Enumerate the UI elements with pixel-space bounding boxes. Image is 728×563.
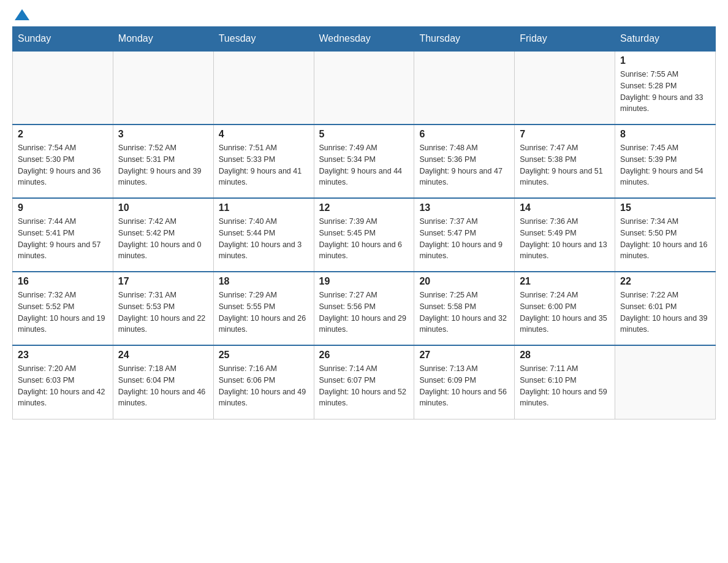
day-number: 12 — [319, 202, 409, 213]
day-number: 27 — [419, 350, 509, 361]
calendar-cell: 17Sunrise: 7:31 AMSunset: 5:53 PMDayligh… — [113, 272, 213, 345]
calendar-cell — [13, 51, 113, 124]
calendar-table: SundayMondayTuesdayWednesdayThursdayFrid… — [12, 26, 716, 419]
day-number: 22 — [620, 276, 710, 287]
day-info: Sunrise: 7:48 AMSunset: 5:36 PMDaylight:… — [419, 142, 509, 188]
column-header-friday: Friday — [515, 27, 615, 52]
day-number: 8 — [620, 129, 710, 140]
calendar-cell: 9Sunrise: 7:44 AMSunset: 5:41 PMDaylight… — [13, 198, 113, 272]
day-info: Sunrise: 7:34 AMSunset: 5:50 PMDaylight:… — [620, 216, 710, 262]
day-info: Sunrise: 7:22 AMSunset: 6:01 PMDaylight:… — [620, 289, 710, 335]
day-number: 26 — [319, 350, 409, 361]
day-number: 6 — [419, 129, 509, 140]
day-info: Sunrise: 7:36 AMSunset: 5:49 PMDaylight:… — [520, 216, 610, 262]
day-info: Sunrise: 7:55 AMSunset: 5:28 PMDaylight:… — [620, 69, 710, 115]
day-number: 14 — [520, 202, 610, 213]
calendar-cell: 13Sunrise: 7:37 AMSunset: 5:47 PMDayligh… — [414, 198, 515, 272]
day-number: 1 — [620, 55, 710, 66]
calendar-cell: 8Sunrise: 7:45 AMSunset: 5:39 PMDaylight… — [615, 124, 716, 198]
day-number: 10 — [118, 202, 208, 213]
day-number: 17 — [118, 276, 208, 287]
calendar-cell: 14Sunrise: 7:36 AMSunset: 5:49 PMDayligh… — [515, 198, 615, 272]
day-info: Sunrise: 7:47 AMSunset: 5:38 PMDaylight:… — [520, 142, 610, 188]
calendar-cell: 5Sunrise: 7:49 AMSunset: 5:34 PMDaylight… — [314, 124, 414, 198]
calendar-cell — [414, 51, 515, 124]
calendar-cell: 22Sunrise: 7:22 AMSunset: 6:01 PMDayligh… — [615, 272, 716, 345]
day-info: Sunrise: 7:13 AMSunset: 6:09 PMDaylight:… — [419, 363, 509, 409]
day-info: Sunrise: 7:44 AMSunset: 5:41 PMDaylight:… — [18, 216, 108, 262]
calendar-cell: 25Sunrise: 7:16 AMSunset: 6:06 PMDayligh… — [213, 345, 314, 419]
calendar-cell — [314, 51, 414, 124]
day-number: 18 — [219, 276, 309, 287]
calendar-cell — [515, 51, 615, 124]
calendar-cell: 15Sunrise: 7:34 AMSunset: 5:50 PMDayligh… — [615, 198, 716, 272]
day-number: 21 — [520, 276, 610, 287]
page-header — [12, 12, 716, 20]
day-info: Sunrise: 7:49 AMSunset: 5:34 PMDaylight:… — [319, 142, 409, 188]
calendar-cell: 18Sunrise: 7:29 AMSunset: 5:55 PMDayligh… — [213, 272, 314, 345]
column-header-monday: Monday — [113, 27, 213, 52]
calendar-cell: 10Sunrise: 7:42 AMSunset: 5:42 PMDayligh… — [113, 198, 213, 272]
calendar-cell: 6Sunrise: 7:48 AMSunset: 5:36 PMDaylight… — [414, 124, 515, 198]
column-header-thursday: Thursday — [414, 27, 515, 52]
day-info: Sunrise: 7:20 AMSunset: 6:03 PMDaylight:… — [18, 363, 108, 409]
day-number: 5 — [319, 129, 409, 140]
day-number: 15 — [620, 202, 710, 213]
day-number: 11 — [219, 202, 309, 213]
day-info: Sunrise: 7:29 AMSunset: 5:55 PMDaylight:… — [219, 289, 309, 335]
day-info: Sunrise: 7:11 AMSunset: 6:10 PMDaylight:… — [520, 363, 610, 409]
calendar-cell: 11Sunrise: 7:40 AMSunset: 5:44 PMDayligh… — [213, 198, 314, 272]
day-info: Sunrise: 7:52 AMSunset: 5:31 PMDaylight:… — [118, 142, 208, 188]
calendar-cell: 12Sunrise: 7:39 AMSunset: 5:45 PMDayligh… — [314, 198, 414, 272]
day-info: Sunrise: 7:39 AMSunset: 5:45 PMDaylight:… — [319, 216, 409, 262]
day-info: Sunrise: 7:37 AMSunset: 5:47 PMDaylight:… — [419, 216, 509, 262]
day-number: 16 — [18, 276, 108, 287]
calendar-cell: 7Sunrise: 7:47 AMSunset: 5:38 PMDaylight… — [515, 124, 615, 198]
week-row-1: 1Sunrise: 7:55 AMSunset: 5:28 PMDaylight… — [13, 51, 716, 124]
day-number: 28 — [520, 350, 610, 361]
day-number: 24 — [118, 350, 208, 361]
day-number: 25 — [219, 350, 309, 361]
day-info: Sunrise: 7:27 AMSunset: 5:56 PMDaylight:… — [319, 289, 409, 335]
day-number: 13 — [419, 202, 509, 213]
day-number: 7 — [520, 129, 610, 140]
logo-triangle-icon — [15, 9, 29, 20]
week-row-3: 9Sunrise: 7:44 AMSunset: 5:41 PMDaylight… — [13, 198, 716, 272]
day-number: 4 — [219, 129, 309, 140]
day-info: Sunrise: 7:40 AMSunset: 5:44 PMDaylight:… — [219, 216, 309, 262]
column-header-tuesday: Tuesday — [213, 27, 314, 52]
calendar-cell: 21Sunrise: 7:24 AMSunset: 6:00 PMDayligh… — [515, 272, 615, 345]
day-info: Sunrise: 7:51 AMSunset: 5:33 PMDaylight:… — [219, 142, 309, 188]
calendar-cell: 23Sunrise: 7:20 AMSunset: 6:03 PMDayligh… — [13, 345, 113, 419]
calendar-cell — [615, 345, 716, 419]
column-header-wednesday: Wednesday — [314, 27, 414, 52]
calendar-cell: 1Sunrise: 7:55 AMSunset: 5:28 PMDaylight… — [615, 51, 716, 124]
week-row-4: 16Sunrise: 7:32 AMSunset: 5:52 PMDayligh… — [13, 272, 716, 345]
day-info: Sunrise: 7:32 AMSunset: 5:52 PMDaylight:… — [18, 289, 108, 335]
day-number: 19 — [319, 276, 409, 287]
calendar-cell: 26Sunrise: 7:14 AMSunset: 6:07 PMDayligh… — [314, 345, 414, 419]
column-header-saturday: Saturday — [615, 27, 716, 52]
day-number: 9 — [18, 202, 108, 213]
calendar-header-row: SundayMondayTuesdayWednesdayThursdayFrid… — [13, 27, 716, 52]
calendar-cell: 24Sunrise: 7:18 AMSunset: 6:04 PMDayligh… — [113, 345, 213, 419]
day-info: Sunrise: 7:45 AMSunset: 5:39 PMDaylight:… — [620, 142, 710, 188]
day-info: Sunrise: 7:42 AMSunset: 5:42 PMDaylight:… — [118, 216, 208, 262]
calendar-cell: 16Sunrise: 7:32 AMSunset: 5:52 PMDayligh… — [13, 272, 113, 345]
week-row-2: 2Sunrise: 7:54 AMSunset: 5:30 PMDaylight… — [13, 124, 716, 198]
day-number: 2 — [18, 129, 108, 140]
week-row-5: 23Sunrise: 7:20 AMSunset: 6:03 PMDayligh… — [13, 345, 716, 419]
day-number: 20 — [419, 276, 509, 287]
calendar-cell: 4Sunrise: 7:51 AMSunset: 5:33 PMDaylight… — [213, 124, 314, 198]
day-info: Sunrise: 7:14 AMSunset: 6:07 PMDaylight:… — [319, 363, 409, 409]
calendar-cell: 20Sunrise: 7:25 AMSunset: 5:58 PMDayligh… — [414, 272, 515, 345]
calendar-cell — [113, 51, 213, 124]
column-header-sunday: Sunday — [13, 27, 113, 52]
day-info: Sunrise: 7:24 AMSunset: 6:00 PMDaylight:… — [520, 289, 610, 335]
calendar-cell: 3Sunrise: 7:52 AMSunset: 5:31 PMDaylight… — [113, 124, 213, 198]
calendar-cell: 2Sunrise: 7:54 AMSunset: 5:30 PMDaylight… — [13, 124, 113, 198]
calendar-cell: 28Sunrise: 7:11 AMSunset: 6:10 PMDayligh… — [515, 345, 615, 419]
calendar-cell: 19Sunrise: 7:27 AMSunset: 5:56 PMDayligh… — [314, 272, 414, 345]
logo — [12, 12, 29, 20]
day-info: Sunrise: 7:54 AMSunset: 5:30 PMDaylight:… — [18, 142, 108, 188]
